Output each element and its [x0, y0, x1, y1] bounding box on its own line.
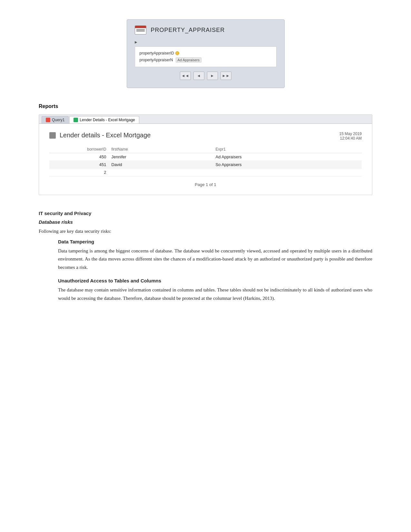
db-icon — [135, 25, 146, 34]
field-badge: Ad Appraisers — [176, 57, 201, 63]
report-time: 12:04:40 AM — [339, 136, 362, 141]
report-date: 15 May 2019 — [339, 132, 362, 136]
report-body: Lender details - Excel Mortgage 15 May 2… — [39, 124, 372, 195]
nav-first-button[interactable]: ◄◄ — [180, 72, 191, 80]
cell-expr-1: Ad Appraisers — [213, 153, 362, 161]
unauthorized-access-body: The database may contain sensitive infor… — [58, 286, 372, 302]
report-tab-label: Lender Details - Excel Mortgage — [80, 118, 135, 122]
report-tabs: Query1 Lender Details - Excel Mortgage — [39, 115, 372, 124]
table-row: 451 David So Appraisers — [49, 161, 362, 169]
db-expand-arrow: ▶ — [135, 40, 277, 44]
nav-last-button[interactable]: ►► — [220, 72, 231, 80]
nav-next-button[interactable]: ► — [207, 72, 218, 80]
data-tampering-heading: Data Tampering — [58, 239, 372, 244]
cell-id-1: 450 — [49, 153, 109, 161]
reports-section: Reports Query1 Lender Details - Excel Mo… — [39, 103, 372, 195]
query-tab-label: Query1 — [52, 118, 64, 122]
db-risks-intro: Following are key data security risks: — [39, 227, 372, 236]
db-field-row: propertyAppraiserID — [140, 50, 272, 56]
db-field-name-1: propertyAppraiserID — [140, 51, 174, 55]
it-security-title: IT security and Privacy — [39, 211, 372, 216]
table-row: 450 Jennifer Ad Appraisers — [49, 153, 362, 161]
cell-name-2: David — [109, 161, 213, 169]
primary-key-icon — [175, 51, 179, 55]
db-field-row-2: propertyAppraiserN Ad Appraisers — [140, 56, 272, 64]
db-field-name-2: propertyAppraiserN — [140, 58, 173, 62]
cell-count-empty-2 — [213, 169, 362, 176]
table-header-row: borrowerID firstName Expr1 — [49, 146, 362, 153]
report-header-row: Lender details - Excel Mortgage 15 May 2… — [49, 132, 362, 141]
cell-count: 2 — [49, 169, 109, 176]
report-heading-icon — [49, 132, 56, 139]
tab-lender-details[interactable]: Lender Details - Excel Mortgage — [69, 116, 139, 123]
report-tab-icon — [73, 118, 78, 122]
query-tab-icon — [46, 118, 50, 122]
col-header-borrowerid: borrowerID — [49, 146, 109, 153]
db-title: PROPERTY_APPRAISER — [151, 27, 225, 34]
report-heading: Lender details - Excel Mortgage — [49, 132, 151, 139]
report-container: Query1 Lender Details - Excel Mortgage L… — [39, 114, 372, 195]
report-table: borrowerID firstName Expr1 450 Jennifer … — [49, 146, 362, 176]
unauthorized-access-heading: Unauthorized Access to Tables and Column… — [58, 278, 372, 283]
count-row: 2 — [49, 169, 362, 176]
page-indicator: Page 1 of 1 — [49, 182, 362, 187]
cell-expr-2: So Appraisers — [213, 161, 362, 169]
cell-name-1: Jennifer — [109, 153, 213, 161]
data-tampering-section: Data Tampering Data tampering is among t… — [58, 239, 372, 272]
it-security-section: IT security and Privacy Database risks F… — [39, 211, 372, 302]
nav-prev-button[interactable]: ◄ — [193, 72, 204, 80]
tab-query1[interactable]: Query1 — [42, 116, 69, 123]
data-tampering-body: Data tampering is among the biggest conc… — [58, 247, 372, 272]
db-risks-heading: Database risks — [39, 219, 372, 225]
col-header-expr: Expr1 — [213, 146, 362, 153]
db-nav-buttons: ◄◄ ◄ ► ►► — [135, 72, 277, 80]
report-date-time: 15 May 2019 12:04:40 AM — [339, 132, 362, 141]
col-header-firstname: firstName — [109, 146, 213, 153]
unauthorized-access-section: Unauthorized Access to Tables and Column… — [58, 278, 372, 302]
report-title: Lender details - Excel Mortgage — [60, 132, 151, 139]
db-panel-header: PROPERTY_APPRAISER — [135, 25, 277, 34]
cell-id-2: 451 — [49, 161, 109, 169]
db-fields-panel: propertyAppraiserID propertyAppraiserN A… — [135, 46, 277, 67]
cell-count-empty-1 — [109, 169, 213, 176]
db-panel: PROPERTY_APPRAISER ▶ propertyAppraiserID… — [127, 19, 285, 88]
reports-section-title: Reports — [39, 103, 372, 109]
